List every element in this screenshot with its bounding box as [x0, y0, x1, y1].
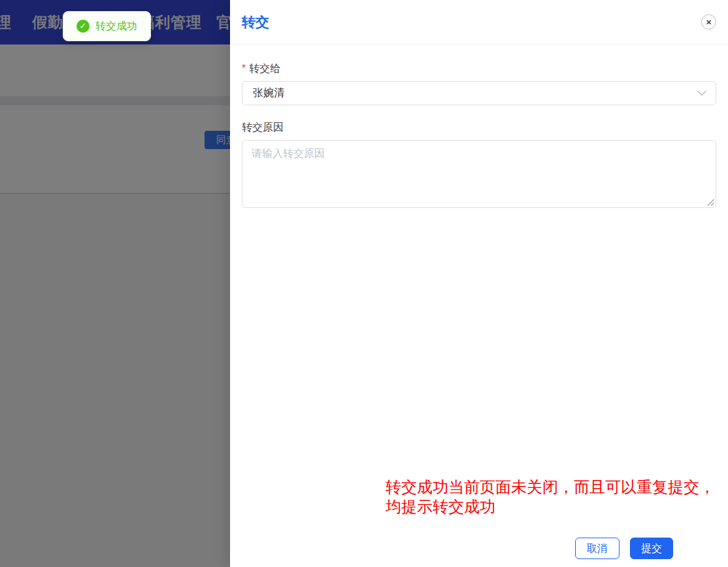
success-check-icon: ✓ [76, 20, 90, 33]
reason-label: 转交原因 [242, 120, 716, 135]
submit-button[interactable]: 提交 [630, 538, 673, 559]
drawer-title: 转交 [242, 13, 269, 31]
screen: 理 假勤 福利管理 官 同意 转交 ✕ *转交给 张婉清 [0, 0, 728, 567]
drawer-body: *转交给 张婉清 转交原因 [230, 44, 728, 208]
transfer-to-value: 张婉清 [253, 86, 284, 100]
cancel-button[interactable]: 取消 [575, 538, 620, 559]
required-asterisk: * [242, 63, 246, 74]
transfer-to-label: *转交给 [242, 61, 716, 76]
drawer-header: 转交 ✕ [230, 0, 728, 44]
drawer-footer: 取消 提交 [230, 538, 728, 567]
toast-message: 转交成功 [95, 20, 137, 33]
annotation-text: 转交成功当前页面未关闭，而且可以重复提交，均提示转交成功 [386, 477, 718, 517]
close-icon[interactable]: ✕ [701, 14, 716, 29]
reason-textarea-wrap [242, 140, 716, 208]
transfer-to-label-text: 转交给 [249, 63, 280, 74]
chevron-down-icon [697, 90, 706, 96]
success-toast: ✓ 转交成功 [63, 11, 151, 41]
transfer-to-select[interactable]: 张婉清 [242, 81, 716, 105]
transfer-drawer: 转交 ✕ *转交给 张婉清 转交原因 转交成功当前页面未关闭 [230, 0, 728, 567]
reason-textarea[interactable] [242, 140, 716, 208]
